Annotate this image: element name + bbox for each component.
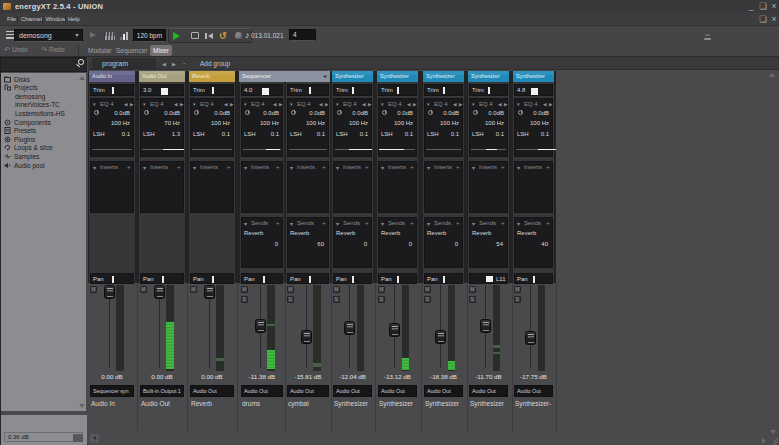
- strip-header[interactable]: Synthesizer: [423, 71, 464, 82]
- eq-collapse-icon[interactable]: ▾: [336, 101, 339, 107]
- eq-prev-icon[interactable]: ◀: [543, 102, 546, 107]
- menu-window[interactable]: Window: [46, 14, 66, 25]
- trim-control[interactable]: Trim: [190, 84, 234, 96]
- strip-header[interactable]: Audio In: [89, 71, 135, 82]
- eq-power-icon[interactable]: [473, 110, 478, 115]
- mute-button[interactable]: M: [424, 286, 431, 293]
- trim-slider-marker[interactable]: [309, 87, 311, 94]
- tab-mixer[interactable]: Mixer: [150, 45, 172, 56]
- eq-q-value[interactable]: 1.3: [172, 131, 180, 137]
- eq-type-label[interactable]: LSH: [193, 131, 205, 137]
- eq-freq-value[interactable]: 100 Hz: [485, 120, 504, 126]
- pan-control[interactable]: Pan: [90, 273, 134, 284]
- trim-control[interactable]: Trim: [424, 84, 463, 96]
- trim-control[interactable]: Trim: [333, 84, 372, 96]
- mute-button[interactable]: M: [333, 286, 340, 293]
- piano-icon[interactable]: [104, 32, 115, 41]
- inserts-collapse-icon[interactable]: ▾: [143, 164, 146, 171]
- bpm-display[interactable]: 120 bpm: [133, 29, 166, 42]
- solo-button[interactable]: S: [469, 296, 476, 303]
- group-collapse-icon[interactable]: ◄: [322, 71, 327, 82]
- mute-button[interactable]: M: [140, 286, 147, 293]
- mixer-scroll-down-icon[interactable]: [770, 430, 776, 434]
- strip-header[interactable]: Audio Out: [139, 71, 185, 82]
- inserts-add-icon[interactable]: +: [546, 164, 550, 170]
- eq-next-icon[interactable]: ▶: [413, 102, 416, 107]
- record-button[interactable]: [235, 32, 242, 39]
- send-name[interactable]: Reverb: [381, 230, 400, 236]
- send-value[interactable]: 0: [364, 241, 367, 247]
- eq-gain-value[interactable]: 0.0dB: [352, 110, 368, 116]
- output-routing[interactable]: Audio Out: [469, 385, 508, 397]
- eq-power-icon[interactable]: [428, 110, 433, 115]
- trim-control[interactable]: 4.0: [241, 84, 283, 96]
- send-value[interactable]: 0: [275, 241, 278, 247]
- menu-file[interactable]: File: [7, 14, 16, 25]
- output-routing[interactable]: Audio Out: [378, 385, 417, 397]
- eq-gain-value[interactable]: 0.0dB: [309, 110, 325, 116]
- mute-button[interactable]: M: [469, 286, 476, 293]
- tree-scroll-up-icon[interactable]: [79, 76, 85, 80]
- output-routing[interactable]: Audio Out: [241, 385, 283, 397]
- pan-slider-marker[interactable]: [486, 276, 493, 283]
- pan-slider-marker[interactable]: [533, 276, 535, 283]
- fader-handle[interactable]: [204, 285, 215, 299]
- fader-track[interactable]: [530, 285, 531, 368]
- eq-collapse-icon[interactable]: ▾: [93, 101, 96, 107]
- eq-gain-value[interactable]: 0.0dB: [263, 110, 279, 116]
- eq-freq-value[interactable]: 70 Hz: [164, 120, 180, 126]
- pan-control[interactable]: Pan: [287, 273, 329, 284]
- solo-button[interactable]: S: [514, 296, 521, 303]
- loop-button[interactable]: ↺: [219, 30, 230, 41]
- rewind-button[interactable]: [205, 33, 207, 40]
- eq-q-value[interactable]: 0.1: [451, 131, 459, 137]
- output-routing[interactable]: Audio Out: [514, 385, 553, 397]
- mixer-scroll-up-icon[interactable]: [769, 73, 775, 77]
- eq-gain-value[interactable]: 0.0dB: [488, 110, 504, 116]
- eq-gain-value[interactable]: 0.0dB: [114, 110, 130, 116]
- menu-channel[interactable]: Channel: [21, 14, 42, 25]
- eq-prev-icon[interactable]: ◀: [407, 102, 410, 107]
- inserts-add-icon[interactable]: +: [365, 164, 369, 170]
- trim-slider-marker[interactable]: [531, 88, 538, 95]
- eq-q-value[interactable]: 0.1: [122, 131, 130, 137]
- fader-track[interactable]: [440, 285, 441, 368]
- trim-slider-marker[interactable]: [262, 88, 269, 95]
- child-restore-button[interactable]: ❏: [759, 15, 767, 24]
- mute-button[interactable]: M: [190, 286, 197, 293]
- eq-freq-value[interactable]: 100 Hz: [306, 120, 325, 126]
- eq-type-label[interactable]: LSH: [244, 131, 256, 137]
- mute-button[interactable]: M: [287, 286, 294, 293]
- output-routing[interactable]: Sequencer syn: [90, 385, 134, 397]
- trim-slider-marker[interactable]: [161, 88, 168, 95]
- output-routing[interactable]: Audio Out: [287, 385, 329, 397]
- trim-slider-marker[interactable]: [488, 87, 490, 94]
- eq-next-icon[interactable]: ▶: [130, 102, 133, 107]
- restore-button[interactable]: ❏: [759, 2, 767, 11]
- eq-next-icon[interactable]: ▶: [504, 102, 507, 107]
- fader-handle[interactable]: [525, 331, 536, 345]
- pan-slider-marker[interactable]: [397, 276, 399, 283]
- mute-button[interactable]: M: [378, 286, 385, 293]
- mute-button[interactable]: M: [514, 286, 521, 293]
- inserts-collapse-icon[interactable]: ▾: [93, 164, 96, 171]
- pan-slider-marker[interactable]: [212, 276, 214, 283]
- trim-control[interactable]: Trim: [469, 84, 508, 96]
- eq-next-icon[interactable]: ▶: [325, 102, 328, 107]
- inserts-collapse-icon[interactable]: ▾: [472, 164, 475, 171]
- trim-control[interactable]: Trim: [90, 84, 134, 96]
- search-input[interactable]: [0, 57, 87, 72]
- eq-next-icon[interactable]: ▶: [180, 102, 183, 107]
- inserts-add-icon[interactable]: +: [276, 164, 280, 170]
- eq-collapse-icon[interactable]: ▾: [427, 101, 430, 107]
- pan-slider-marker[interactable]: [309, 276, 311, 283]
- strip-header[interactable]: Synthesizer: [332, 71, 373, 82]
- eq-freq-value[interactable]: 100 Hz: [349, 120, 368, 126]
- eq-type-label[interactable]: LSH: [143, 131, 155, 137]
- trim-control[interactable]: Trim: [287, 84, 329, 96]
- send-name[interactable]: Reverb: [244, 230, 263, 236]
- eq-prev-icon[interactable]: ◀: [498, 102, 501, 107]
- pan-control[interactable]: Pan: [378, 273, 417, 284]
- preview-play-icon[interactable]: [90, 32, 96, 38]
- trim-control[interactable]: Trim: [378, 84, 417, 96]
